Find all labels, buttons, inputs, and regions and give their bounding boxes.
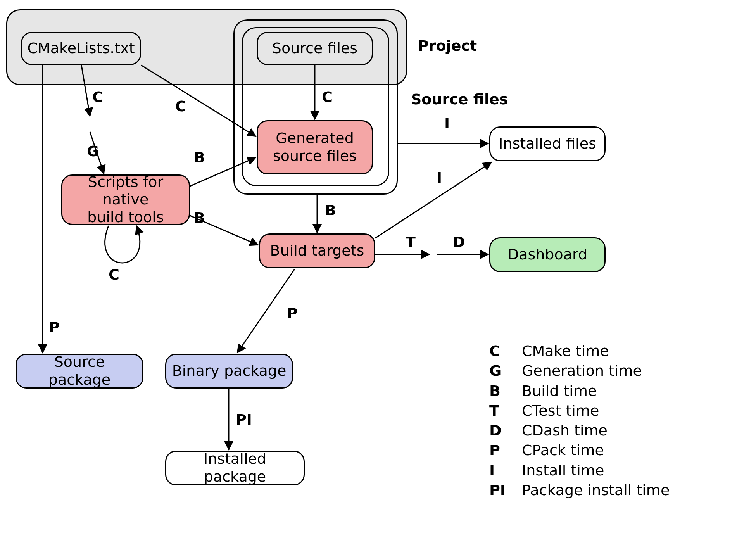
edge-cmakelists-generated: C bbox=[175, 98, 186, 115]
edge-source-generated: C bbox=[322, 88, 333, 105]
node-source-files: Source files bbox=[257, 32, 373, 65]
legend-desc: Generation time bbox=[522, 361, 642, 381]
edge-binpkg-instpkg: PI bbox=[236, 411, 252, 428]
legend-desc: CDash time bbox=[522, 421, 608, 441]
label-source-files: Source files bbox=[411, 91, 508, 108]
legend-row: CCMake time bbox=[489, 341, 670, 361]
label-project: Project bbox=[418, 37, 477, 54]
node-source-package: Source package bbox=[16, 354, 143, 389]
edge-scripts-loop-c: C bbox=[109, 266, 119, 283]
legend-key: P bbox=[489, 441, 511, 460]
node-build-targets: Build targets bbox=[259, 233, 375, 268]
legend-row: PCPack time bbox=[489, 441, 670, 460]
node-cmakelists: CMakeLists.txt bbox=[21, 32, 141, 65]
legend-row: IInstall time bbox=[489, 461, 670, 480]
legend-desc: Build time bbox=[522, 381, 597, 401]
edge-scripts-build: B bbox=[194, 209, 205, 226]
edge-build-dashboard-t: T bbox=[406, 233, 416, 250]
node-dashboard: Dashboard bbox=[489, 237, 606, 272]
edge-cmakelists-scripts: C bbox=[92, 88, 103, 105]
legend-key: I bbox=[489, 461, 511, 480]
node-binary-package: Binary package bbox=[165, 354, 293, 389]
legend-row: DCDash time bbox=[489, 421, 670, 441]
edge-cmakelists-srcpkg: P bbox=[49, 319, 60, 336]
edge-build-dashboard-d: D bbox=[453, 233, 465, 250]
edge-generated-installed: I bbox=[444, 115, 450, 132]
legend: CCMake time GGeneration time BBuild time… bbox=[489, 341, 670, 500]
edge-scripts-generated: B bbox=[194, 149, 205, 166]
legend-desc: Install time bbox=[522, 461, 604, 480]
edge-build-binpkg: P bbox=[287, 305, 298, 322]
legend-desc: Package install time bbox=[522, 480, 670, 500]
legend-row: BBuild time bbox=[489, 381, 670, 401]
legend-key: B bbox=[489, 381, 511, 401]
legend-key: G bbox=[489, 361, 511, 381]
edge-build-installed: I bbox=[437, 169, 442, 186]
legend-desc: CPack time bbox=[522, 441, 604, 460]
node-installed-files: Installed files bbox=[489, 126, 606, 161]
diagram-canvas: CMakeLists.txt Source files Generated so… bbox=[0, 0, 756, 539]
legend-row: GGeneration time bbox=[489, 361, 670, 381]
node-generated-source: Generated source files bbox=[257, 120, 373, 174]
node-installed-package: Installed package bbox=[165, 451, 305, 485]
legend-row: TCTest time bbox=[489, 401, 670, 421]
legend-key: C bbox=[489, 341, 511, 361]
legend-key: PI bbox=[489, 480, 511, 500]
svg-line-12 bbox=[237, 269, 295, 353]
edge-scripts-g: G bbox=[87, 143, 99, 160]
legend-desc: CMake time bbox=[522, 341, 609, 361]
legend-desc: CTest time bbox=[522, 401, 599, 421]
legend-row: PIPackage install time bbox=[489, 480, 670, 500]
node-scripts: Scripts for native build tools bbox=[61, 174, 190, 225]
legend-key: T bbox=[489, 401, 511, 421]
edge-generated-build: B bbox=[325, 202, 336, 219]
legend-key: D bbox=[489, 421, 511, 441]
